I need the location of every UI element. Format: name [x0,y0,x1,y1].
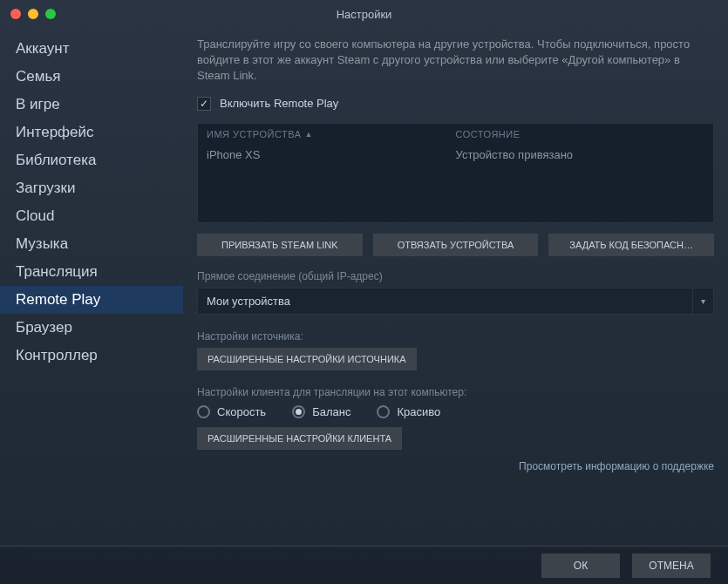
radio-label: Скорость [217,405,266,418]
radio-icon [197,405,210,418]
cancel-button[interactable]: ОТМЕНА [632,553,711,578]
ok-button[interactable]: ОК [541,553,620,578]
radio-label: Баланс [312,405,350,418]
intro-text: Транслируйте игру со своего компьютера н… [197,37,714,85]
sidebar-item-remote-play[interactable]: Remote Play [0,286,183,314]
main-panel: Транслируйте игру со своего компьютера н… [183,28,728,546]
devices-col-name-label: ИМЯ УСТРОЙСТВА [207,129,302,139]
advanced-source-settings-button[interactable]: РАСШИРЕННЫЕ НАСТРОЙКИ ИСТОЧНИКА [197,348,417,370]
set-security-code-button[interactable]: ЗАДАТЬ КОД БЕЗОПАСН… [548,234,714,256]
devices-list: ИМЯ УСТРОЙСТВА ▲ СОСТОЯНИЕ iPhone XSУстр… [197,123,714,223]
sidebar-item-cloud[interactable]: Cloud [0,202,183,230]
sidebar-item-браузер[interactable]: Браузер [0,314,183,342]
body: АккаунтСемьяВ игреИнтерфейсБиблиотекаЗаг… [0,28,728,546]
sidebar-item-трансляция[interactable]: Трансляция [0,258,183,286]
device-row[interactable]: iPhone XSУстройство привязано [198,145,713,222]
quality-option-скорость[interactable]: Скорость [197,405,266,418]
window-title: Настройки [337,8,392,21]
client-settings-label: Настройки клиента для трансляции на этот… [197,386,714,398]
sidebar-item-библиотека[interactable]: Библиотека [0,146,183,174]
sidebar-item-в-игре[interactable]: В игре [0,91,183,119]
minimize-icon[interactable] [28,9,38,19]
chevron-down-icon[interactable]: ▾ [692,289,713,314]
zoom-icon[interactable] [45,9,56,19]
titlebar: Настройки [0,0,728,28]
devices-col-status[interactable]: СОСТОЯНИЕ [456,129,705,139]
direct-connection-label: Прямое соединение (общий IP-адрес) [197,270,714,282]
radio-icon [292,405,305,418]
devices-col-name[interactable]: ИМЯ УСТРОЙСТВА ▲ [207,129,456,139]
unpair-devices-button[interactable]: ОТВЯЗАТЬ УСТРОЙСТВА [373,234,539,256]
direct-connection-dropdown[interactable]: Мои устройства ▾ [197,288,714,315]
source-settings-section: Настройки источника: РАСШИРЕННЫЕ НАСТРОЙ… [197,330,714,370]
sidebar: АккаунтСемьяВ игреИнтерфейсБиблиотекаЗаг… [0,28,183,546]
client-settings-section: Настройки клиента для трансляции на этот… [197,386,714,450]
device-buttons-row: ПРИВЯЗАТЬ STEAM LINK ОТВЯЗАТЬ УСТРОЙСТВА… [197,234,714,256]
pair-steam-link-button[interactable]: ПРИВЯЗАТЬ STEAM LINK [197,234,363,256]
device-status: Устройство привязано [456,148,705,161]
sidebar-item-аккаунт[interactable]: Аккаунт [0,35,183,63]
devices-header: ИМЯ УСТРОЙСТВА ▲ СОСТОЯНИЕ [198,124,713,145]
direct-connection-value: Мои устройства [198,289,692,314]
quality-option-баланс[interactable]: Баланс [292,405,350,418]
sidebar-item-семья[interactable]: Семья [0,63,183,91]
advanced-client-settings-button[interactable]: РАСШИРЕННЫЕ НАСТРОЙКИ КЛИЕНТА [197,427,402,450]
sort-ascending-icon: ▲ [305,130,313,139]
footer: ОК ОТМЕНА [0,546,728,584]
radio-icon [377,405,390,418]
enable-remote-play-row: ✓ Включить Remote Play [197,97,714,111]
enable-remote-play-label: Включить Remote Play [220,97,338,110]
support-info-link[interactable]: Просмотреть информацию о поддержке [197,460,714,472]
quality-radio-group: СкоростьБалансКрасиво [197,405,714,418]
device-name: iPhone XS [207,148,456,161]
traffic-lights [10,9,56,19]
settings-window: Настройки АккаунтСемьяВ игреИнтерфейсБиб… [0,0,728,584]
radio-label: Красиво [397,405,440,418]
source-settings-label: Настройки источника: [197,330,714,343]
sidebar-item-загрузки[interactable]: Загрузки [0,174,183,202]
close-icon[interactable] [10,9,21,19]
sidebar-item-музыка[interactable]: Музыка [0,230,183,258]
quality-option-красиво[interactable]: Красиво [377,405,440,418]
sidebar-item-интерфейс[interactable]: Интерфейс [0,119,183,146]
enable-remote-play-checkbox[interactable]: ✓ [197,97,211,111]
sidebar-item-контроллер[interactable]: Контроллер [0,342,183,370]
